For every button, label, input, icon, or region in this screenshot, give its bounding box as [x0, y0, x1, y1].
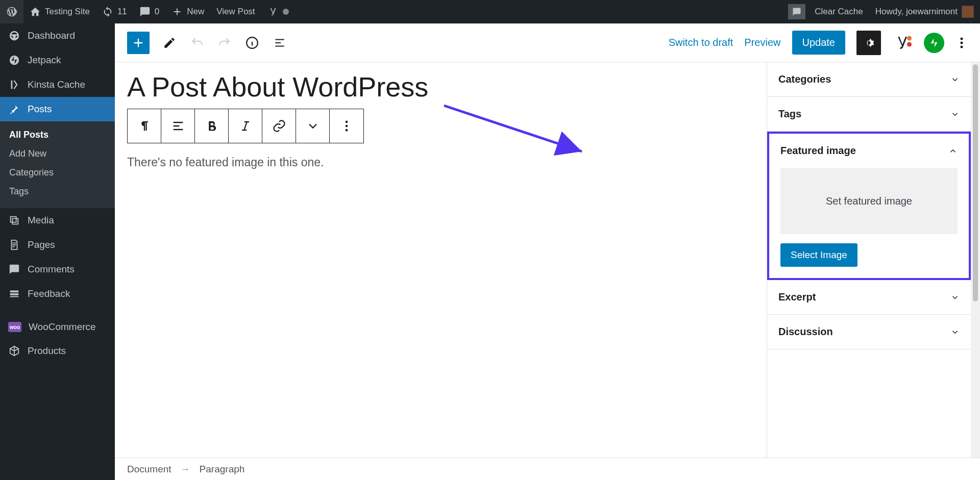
sidebar-item-kinsta[interactable]: Kinsta Cache — [0, 72, 115, 97]
panel-toggle-tags[interactable]: Tags — [767, 97, 971, 131]
update-button[interactable]: Update — [792, 31, 846, 55]
panel-toggle-featured-image[interactable]: Featured image — [769, 134, 969, 168]
clear-cache-label: Clear Cache — [815, 7, 863, 17]
jetpack-button[interactable] — [924, 33, 944, 53]
submenu-tags[interactable]: Tags — [0, 182, 115, 201]
svg-point-4 — [907, 42, 912, 46]
sidebar-item-dashboard[interactable]: Dashboard — [0, 23, 115, 48]
adminbar: Testing Site 11 0 New View Post — [0, 0, 980, 23]
feat-drop-label: Set featured image — [826, 195, 912, 207]
settings-sidebar: Categories Tags Featured image — [767, 62, 971, 458]
panel-tags: Tags — [767, 97, 971, 132]
updates-link[interactable]: 11 — [96, 0, 133, 23]
outline-button[interactable] — [272, 35, 287, 50]
site-name-link[interactable]: Testing Site — [23, 0, 96, 23]
sidebar-item-comments[interactable]: Comments — [0, 257, 115, 282]
svg-point-6 — [961, 41, 963, 44]
svg-point-3 — [907, 36, 912, 40]
paragraph-block[interactable]: There's no featured image in this one. — [127, 156, 556, 169]
sidebar-label: Products — [28, 345, 66, 357]
bold-button[interactable] — [195, 109, 229, 143]
chat-icon — [792, 7, 801, 16]
avatar — [962, 6, 974, 18]
sidebar-label: Feedback — [28, 288, 70, 299]
page-icon — [8, 239, 20, 251]
breadcrumb-arrow-icon: → — [181, 464, 190, 475]
undo-button[interactable] — [189, 35, 205, 50]
yoast-adminbar[interactable] — [261, 0, 295, 23]
yoast-button[interactable] — [892, 33, 913, 53]
editor-canvas[interactable]: A Post About WordPress There's no featur… — [115, 62, 767, 458]
set-featured-image-button[interactable]: Set featured image — [780, 168, 958, 234]
info-button[interactable] — [244, 35, 260, 50]
post-title[interactable]: A Post About WordPress — [127, 70, 556, 104]
site-name: Testing Site — [45, 7, 90, 17]
add-block-button[interactable] — [127, 32, 150, 54]
panel-featured-image: Featured image Set featured image Select… — [767, 132, 971, 280]
wp-logo[interactable] — [0, 0, 23, 23]
admin-sidebar: Dashboard Jetpack Kinsta Cache Posts All… — [0, 23, 115, 480]
comments-link[interactable]: 0 — [133, 0, 165, 23]
chevron-down-icon — [950, 327, 960, 337]
edit-mode-button[interactable] — [162, 35, 177, 50]
align-button[interactable] — [161, 109, 195, 143]
preview-button[interactable]: Preview — [744, 37, 780, 48]
panel-toggle-excerpt[interactable]: Excerpt — [767, 280, 971, 314]
block-toolbar — [127, 109, 364, 143]
submenu-add-new[interactable]: Add New — [0, 144, 115, 163]
plus-icon — [172, 6, 183, 17]
chevron-down-icon — [950, 75, 960, 84]
sidebar-label: Kinsta Cache — [28, 79, 85, 90]
breadcrumb-paragraph[interactable]: Paragraph — [200, 464, 245, 475]
svg-point-5 — [961, 37, 963, 40]
update-icon — [102, 6, 113, 17]
panel-discussion: Discussion — [767, 315, 971, 349]
svg-point-9 — [346, 124, 348, 127]
sidebar-label: Comments — [28, 264, 75, 275]
sidebar-label: Pages — [28, 239, 55, 250]
sidebar-item-posts[interactable]: Posts — [0, 97, 115, 121]
italic-button[interactable] — [229, 109, 262, 143]
block-more-button[interactable] — [330, 109, 363, 143]
panel-toggle-categories[interactable]: Categories — [767, 62, 971, 96]
sidebar-label: Jetpack — [28, 55, 61, 66]
panel-title: Excerpt — [778, 291, 816, 303]
redo-button[interactable] — [217, 35, 232, 50]
submenu-categories[interactable]: Categories — [0, 163, 115, 182]
panel-toggle-discussion[interactable]: Discussion — [767, 315, 971, 349]
view-post-label: View Post — [216, 7, 255, 17]
more-format-button[interactable] — [296, 109, 330, 143]
media-icon — [8, 214, 20, 226]
notification-box[interactable] — [788, 4, 805, 19]
new-content-link[interactable]: New — [165, 0, 210, 23]
panel-title: Categories — [778, 73, 831, 85]
sidebar-item-media[interactable]: Media — [0, 208, 115, 233]
sidebar-item-woocommerce[interactable]: woo WooCommerce — [0, 315, 115, 339]
select-image-button[interactable]: Select Image — [780, 243, 857, 267]
update-count: 11 — [117, 7, 127, 17]
svg-point-0 — [283, 9, 289, 15]
view-post-link[interactable]: View Post — [210, 0, 261, 23]
settings-button[interactable] — [856, 31, 881, 55]
home-icon — [30, 6, 41, 17]
comment-count: 0 — [155, 7, 159, 17]
sidebar-item-jetpack[interactable]: Jetpack — [0, 48, 115, 72]
chevron-up-icon — [948, 146, 958, 156]
wordpress-icon — [6, 6, 17, 17]
breadcrumb-document[interactable]: Document — [127, 464, 172, 475]
sidebar-item-products[interactable]: Products — [0, 339, 115, 363]
account-link[interactable]: Howdy, joewarnimont — [869, 0, 980, 23]
switch-draft-button[interactable]: Switch to draft — [669, 37, 733, 48]
submenu-all-posts[interactable]: All Posts — [0, 125, 115, 144]
panel-title: Discussion — [778, 326, 833, 338]
link-button[interactable] — [262, 109, 296, 143]
clear-cache-link[interactable]: Clear Cache — [808, 0, 869, 23]
jetpack-icon — [8, 54, 20, 66]
sidebar-item-pages[interactable]: Pages — [0, 233, 115, 257]
panel-categories: Categories — [767, 62, 971, 97]
sidebar-item-feedback[interactable]: Feedback — [0, 282, 115, 306]
outer-scrollbar[interactable] — [971, 62, 980, 458]
sidebar-label: WooCommerce — [29, 321, 96, 333]
paragraph-block-button[interactable] — [128, 109, 161, 143]
more-options-button[interactable] — [955, 33, 968, 53]
